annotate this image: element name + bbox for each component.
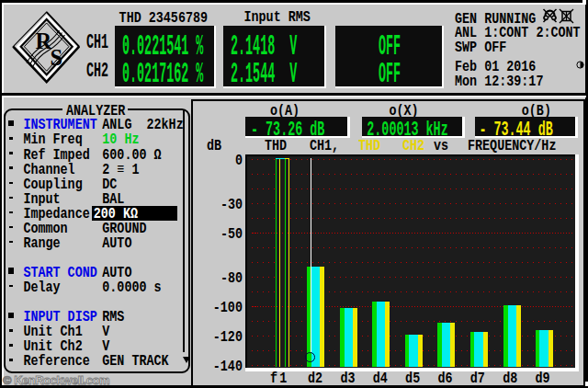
svg-text:S: S (51, 45, 63, 70)
